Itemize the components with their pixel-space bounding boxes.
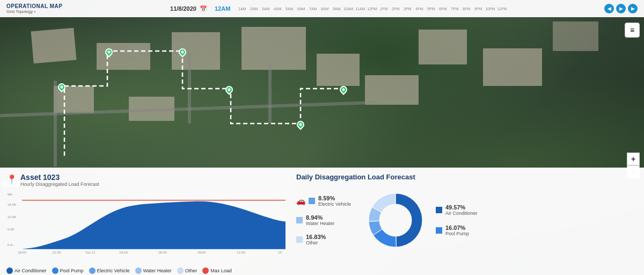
app-subtitle: Grid Topology • [6, 9, 62, 14]
legend-label: Max Load [210, 268, 232, 273]
donut-right-label-item: 49.57%Air Conditioner [436, 204, 495, 216]
app-title: OPERATIONAL MAP [6, 3, 62, 9]
time-tick: 2AM [248, 7, 259, 11]
donut-svg [361, 185, 430, 255]
legend-label: Air Conditioner [14, 268, 47, 273]
next-button[interactable]: ▶ [628, 4, 638, 13]
time-tick: 9PM [473, 7, 484, 11]
time-tick: 7PM [449, 7, 460, 11]
chart-section: 📍 Asset 1023 Hourly Disaggregated Load F… [6, 173, 286, 275]
svg-text:Tue 11: Tue 11 [85, 250, 96, 254]
donut-name: Electric Vehicle [318, 201, 351, 207]
time-tick: 2PM [390, 7, 401, 11]
donut-color-box [296, 217, 303, 223]
donut-left-label-item: 🚗8.59%Electric Vehicle [296, 195, 355, 207]
legend-item: Max Load [202, 267, 232, 274]
layer-toggle-button[interactable]: ≡ [625, 23, 640, 38]
chart-legend: Air ConditionerPool PumpElectric Vehicle… [6, 265, 286, 275]
legend-color [6, 267, 13, 274]
donut-name: Water Heater [306, 221, 334, 226]
svg-text:09:00: 09:00 [197, 250, 206, 254]
time-tick: 11PM [496, 7, 507, 11]
svg-text:0.0--: 0.0-- [8, 243, 14, 247]
donut-left-labels: 🚗8.59%Electric Vehicle8.94%Water Heater1… [296, 195, 355, 245]
time-tick: 3PM [402, 7, 413, 11]
prev-button[interactable]: ◀ [604, 4, 614, 13]
play-button[interactable]: ▶ [616, 4, 626, 13]
legend-item: Air Conditioner [6, 267, 47, 274]
legend-color [177, 267, 184, 274]
donut-pct: 16.83% [306, 234, 326, 240]
donut-pct: 8.59% [318, 195, 351, 201]
donut-color-box [309, 198, 315, 204]
time-tick: 10AM [343, 7, 354, 11]
app-title-group: OPERATIONAL MAP Grid Topology • [6, 3, 62, 14]
time-tick: 5AM [284, 7, 295, 11]
donut-left-label-item: 8.94%Water Heater [296, 214, 355, 226]
calendar-icon[interactable]: 📅 [200, 5, 207, 12]
asset-id: Asset 1023 [20, 173, 99, 182]
legend-item: Pool Pump [52, 267, 84, 274]
asset-info: Asset 1023 Hourly Disaggregated Load For… [20, 173, 99, 187]
time-tick: 1AM [237, 7, 247, 11]
header-bar: OPERATIONAL MAP Grid Topology • 11/8/202… [0, 0, 644, 17]
time-tick: 9AM [331, 7, 342, 11]
header-controls: 11/8/2020 📅 12AM 1AM2AM3AM4AM5AM6AM7AM8A… [73, 5, 604, 12]
donut-pct: 49.57% [445, 204, 478, 211]
legend-item: Electric Vehicle [89, 267, 130, 274]
asset-icon: 📍 [6, 174, 17, 184]
legend-color [89, 267, 96, 274]
time-tick: 3AM [260, 7, 271, 11]
legend-item: Water Heater [135, 267, 172, 274]
donut-pct: 8.94% [306, 214, 334, 221]
time-tick: 1PM [378, 7, 389, 11]
time-tick: 10PM [485, 7, 495, 11]
donut-right-labels: 49.57%Air Conditioner16.07%Pool Pump [436, 204, 495, 236]
asset-subtitle: Hourly Disaggregated Load Forecast [20, 182, 99, 187]
legend-color [52, 267, 58, 274]
time-tick: 11AM [355, 7, 365, 11]
time-scale: 1AM2AM3AM4AM5AM6AM7AM8AM9AM10AM11AM12PM1… [237, 7, 507, 11]
svg-text:Wh: Wh [8, 192, 13, 196]
time-tick: 8AM [319, 7, 330, 11]
donut-name: Air Conditioner [445, 211, 478, 216]
svg-text:21:00: 21:00 [53, 250, 61, 254]
legend-label: Other [185, 268, 197, 273]
donut-chart [361, 185, 430, 255]
chart-header: 📍 Asset 1023 Hourly Disaggregated Load F… [6, 173, 286, 187]
svg-text:10.0K: 10.0K [8, 215, 17, 219]
legend-label: Electric Vehicle [97, 268, 130, 273]
svg-text:06:00: 06:00 [158, 250, 167, 254]
time-tick: 8PM [461, 7, 472, 11]
time-tick: 4AM [272, 7, 283, 11]
legend-color [202, 267, 209, 274]
zoom-in-button[interactable]: + [627, 153, 640, 165]
donut-color-box [296, 236, 303, 243]
time-tick: 4PM [414, 7, 425, 11]
playback-controls: ◀ ▶ ▶ [604, 4, 638, 13]
time-tick: 6PM [437, 7, 448, 11]
legend-label: Water Heater [143, 268, 172, 273]
load-forecast-chart: Wh 15.0K 10.0K 5.0K 0.0-- [6, 190, 286, 255]
donut-content: 🚗8.59%Electric Vehicle8.94%Water Heater1… [296, 185, 638, 255]
donut-color-box [436, 207, 442, 213]
legend-label: Pool Pump [60, 268, 84, 273]
donut-left-label-item: 16.83%Other [296, 234, 355, 245]
time-display: 12AM [215, 5, 230, 12]
donut-name: Pool Pump [445, 231, 469, 236]
time-tick: 5PM [426, 7, 436, 11]
donut-name: Other [306, 240, 326, 245]
svg-text:5.0K: 5.0K [8, 227, 15, 231]
legend-item: Other [177, 267, 197, 274]
svg-text:15: 15 [278, 250, 282, 254]
donut-color-box [436, 227, 442, 234]
legend-color [135, 267, 142, 274]
time-tick: 6AM [296, 7, 306, 11]
car-icon: 🚗 [296, 197, 305, 205]
chart-area: Wh 15.0K 10.0K 5.0K 0.0-- [6, 190, 286, 265]
svg-text:18:00: 18:00 [18, 250, 26, 254]
date-display: 11/8/2020 [170, 5, 196, 12]
donut-pct: 16.07% [445, 225, 469, 231]
svg-text:15.0K: 15.0K [8, 202, 17, 206]
time-tick: 7AM [308, 7, 318, 11]
